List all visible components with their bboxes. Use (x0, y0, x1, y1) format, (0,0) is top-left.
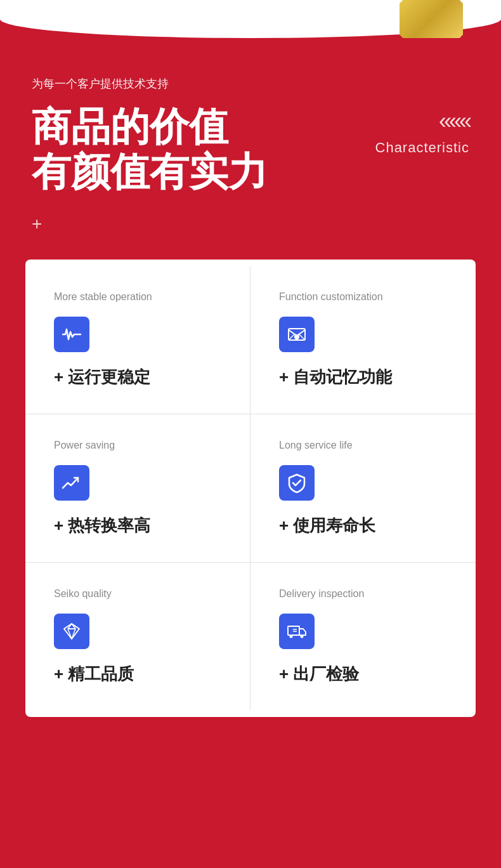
svg-point-11 (301, 635, 304, 638)
svg-rect-9 (288, 626, 299, 635)
feature-icon-waveform (54, 317, 89, 352)
hero-section: 为每一个客户提供技术支持 商品的价值 有颜值有实力 ««« Characteri… (0, 38, 501, 260)
feature-label-life: Long service life (279, 440, 447, 451)
trending-up-icon (62, 473, 82, 493)
feature-title-seiko: + 精工品质 (54, 663, 221, 685)
truck-icon (287, 621, 307, 641)
feature-icon-truck (279, 614, 315, 649)
feature-cell-seiko: Seiko quality + 精工品质 (25, 563, 251, 711)
feature-title-life: + 使用寿命长 (279, 515, 447, 537)
shield-icon (287, 473, 307, 493)
feature-icon-trending (54, 465, 89, 501)
product-image (400, 0, 463, 38)
feature-label-function: Function customization (279, 291, 447, 303)
product-image-area (374, 0, 488, 38)
quote-mark-icon: ««« (439, 108, 469, 135)
feature-cell-function: Function customization + 自动记忆功能 (251, 266, 476, 414)
feature-label-delivery: Delivery inspection (279, 588, 447, 600)
feature-label-seiko: Seiko quality (54, 588, 221, 600)
feature-icon-envelope (279, 317, 315, 352)
features-card: More stable operation + 运行更稳定 Function c… (25, 260, 476, 717)
hero-title-line1: 商品的价值 (32, 105, 228, 148)
feature-label-stable: More stable operation (54, 291, 221, 303)
hero-subtitle: 为每一个客户提供技术支持 (32, 76, 469, 91)
feature-title-delivery: + 出厂检验 (279, 663, 447, 685)
characteristic-label: Characteristic (375, 140, 469, 156)
feature-label-power: Power saving (54, 440, 221, 451)
svg-line-1 (289, 334, 294, 340)
plus-decoration: + (32, 214, 469, 234)
svg-line-2 (299, 334, 305, 340)
svg-marker-4 (64, 624, 79, 639)
envelope-icon (287, 324, 307, 345)
feature-title-stable: + 运行更稳定 (54, 366, 221, 388)
svg-point-3 (294, 334, 299, 339)
feature-icon-shield (279, 465, 315, 501)
svg-point-10 (290, 635, 293, 638)
feature-cell-delivery: Delivery inspection + 出厂检验 (251, 563, 476, 711)
diamond-icon (62, 621, 82, 641)
feature-cell-life: Long service life + 使用寿命长 (251, 414, 476, 563)
feature-title-function: + 自动记忆功能 (279, 366, 447, 388)
features-grid: More stable operation + 运行更稳定 Function c… (25, 266, 476, 711)
feature-icon-diamond (54, 614, 89, 649)
hero-title-line2: 有颜值有实力 (32, 150, 268, 194)
feature-cell-power: Power saving + 热转换率高 (25, 414, 251, 563)
feature-title-power: + 热转换率高 (54, 515, 221, 537)
waveform-icon (62, 324, 82, 345)
feature-cell-stable: More stable operation + 运行更稳定 (25, 266, 251, 414)
